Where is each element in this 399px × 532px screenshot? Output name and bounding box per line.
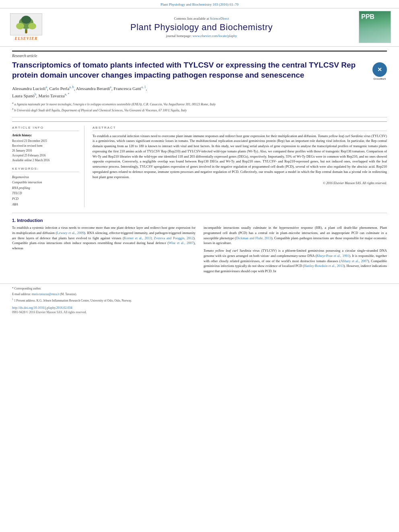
ppb-journal-image <box>359 11 391 43</box>
introduction-section: 1. Introduction To establish a systemic … <box>0 215 399 279</box>
author-lucioli: Alessandra Lucioli <box>12 86 45 90</box>
revised-date: 26 January 2016 <box>12 148 79 153</box>
keyword-compatible: Compatible interaction <box>12 180 79 185</box>
keyword-rna: RNA profiling <box>12 185 79 191</box>
email-label: E-mail address: <box>12 292 31 296</box>
ref-kheyr[interactable]: Kheyr-Pour et al., 1991 <box>317 254 349 258</box>
authors-line: Alessandra Luciolia, Carlo Perlaa, b, Al… <box>12 85 387 100</box>
affiliation-a: a a Agenzia nazionale per le nuove tecno… <box>12 101 387 107</box>
received-revised-label: Received in revised form <box>12 144 79 148</box>
homepage-url[interactable]: www.elsevier.com/locate/plaphy <box>192 34 237 38</box>
elsevier-brand-text: ELSEVIER <box>15 36 38 41</box>
issn-line: 0981-9428/© 2016 Elsevier Masson SAS. Al… <box>12 310 387 314</box>
affiliation-b-text: b Università degli Studi dell'Aquila, De… <box>14 109 187 112</box>
article-info-header: ARTICLE INFO <box>12 126 79 131</box>
email-link[interactable]: mario.tavazza@enea.it <box>32 292 60 296</box>
author-perla: Carlo Perla <box>49 86 69 90</box>
doi-section: http://dx.doi.org/10.1016/j.plaphy.2016.… <box>12 305 387 310</box>
journal-ref-text: Plant Physiology and Biochemistry 103 (2… <box>160 2 239 6</box>
section-number: 1. <box>12 218 16 223</box>
section-title-text: Introduction <box>17 218 43 223</box>
intro-right-text: incompatible interactions usually culmin… <box>204 225 387 274</box>
introduction-body: To establish a systemic infection a viru… <box>12 225 387 276</box>
ref-hanley[interactable]: Hanley-Bowdoin et al., 2013 <box>304 264 344 268</box>
author-berardi: Alessandra Berardi <box>76 86 110 90</box>
footnote1-text: 1 Present address. K.G. Jebsen Inflammat… <box>14 299 132 302</box>
doi-link[interactable]: http://dx.doi.org/10.1016/j.plaphy.2016.… <box>12 306 72 310</box>
elsevier-logo-image <box>10 13 42 35</box>
page-footer: * Corresponding author. E-mail address: … <box>0 283 399 316</box>
copyright-text: © 2016 Elsevier Masson SAS. All rights r… <box>93 181 387 185</box>
keywords-header: Keywords: <box>12 167 79 172</box>
journal-header: ELSEVIER Contents lists available at Sci… <box>0 8 399 47</box>
keyword-aba: ABA <box>12 202 79 207</box>
keyword-pcd: PCD <box>12 196 79 202</box>
keywords-section: Keywords: Begomovirus Compatible interac… <box>12 167 79 207</box>
article-info-column: ARTICLE INFO Article history: Received 2… <box>12 126 84 207</box>
history-label: Article history: <box>12 134 79 137</box>
article-title-text: Transcriptomics of tomato plants infecte… <box>12 60 368 80</box>
elsevier-logo: ELSEVIER <box>8 13 44 41</box>
svg-point-4 <box>21 16 31 24</box>
header-divider <box>12 117 387 117</box>
crossmark-icon[interactable]: ✕ <box>372 62 387 77</box>
contents-label: Contents lists available at <box>174 16 209 21</box>
svg-point-2 <box>16 23 24 29</box>
intro-left-text: To establish a systemic infection a viru… <box>12 225 195 251</box>
article-title-container: Transcriptomics of tomato plants infecte… <box>12 60 387 81</box>
abstract-header: ABSTRACT <box>93 126 387 131</box>
svg-rect-5 <box>25 30 27 33</box>
section-divider <box>12 213 387 213</box>
author-spano: Laura Spanò <box>12 93 35 98</box>
ref-zvereva[interactable]: Zvereva and Pooggin, 2012 <box>154 236 193 240</box>
journal-reference-bar: Plant Physiology and Biochemistry 103 (2… <box>0 0 399 8</box>
info-abstract-columns: ARTICLE INFO Article history: Received 2… <box>12 121 387 207</box>
abstract-column: ABSTRACT To establish a successful infec… <box>93 126 387 207</box>
intro-right-col: incompatible interactions usually culmin… <box>204 225 387 276</box>
affiliation-a-text: a Agenzia nazionale per le nuove tecnolo… <box>14 103 216 106</box>
crossmark-container: ✕ CrossMark <box>372 62 387 81</box>
svg-point-3 <box>28 23 36 29</box>
ref-wise[interactable]: Wise et al., 2007 <box>169 241 193 245</box>
footnote1: 1 1 Present address. K.G. Jebsen Inflamm… <box>12 298 387 303</box>
ref-dickman[interactable]: Dickman and Fluhr, 2013 <box>236 236 271 240</box>
corresponding-note: * Corresponding author. <box>12 286 387 291</box>
ref-abhary[interactable]: Abhary et al., 2007 <box>341 259 368 263</box>
intro-left-col: To establish a systemic infection a viru… <box>12 225 195 276</box>
journal-title: Plant Physiology and Biochemistry <box>48 22 355 33</box>
sciencedirect-link[interactable]: ScienceDirect <box>210 16 229 21</box>
journal-homepage: journal homepage: www.elsevier.com/locat… <box>48 34 355 38</box>
available-date: Available online 2 March 2016 <box>12 158 79 163</box>
article-type: Research article <box>12 51 387 58</box>
email-person: (M. Tavazza). <box>60 292 77 296</box>
homepage-label: journal homepage: <box>166 34 192 38</box>
which-word: which <box>117 139 125 143</box>
keyword-tylcd: TYLCD <box>12 191 79 196</box>
ref-korner[interactable]: Korner et al., 2013 <box>124 236 152 240</box>
crossmark-label: CrossMark <box>372 78 387 81</box>
article-content: Research article Transcriptomics of toma… <box>0 47 399 211</box>
email-note: E-mail address: mario.tavazza@enea.it (M… <box>12 292 387 296</box>
received-date: Received 23 December 2015 <box>12 139 79 144</box>
affiliation-b: b b Università degli Studi dell'Aquila, … <box>12 107 387 113</box>
sciencedirect-line: Contents lists available at ScienceDirec… <box>48 16 355 21</box>
keyword-begomovirus: Begomovirus <box>12 175 79 180</box>
journal-header-center: Contents lists available at ScienceDirec… <box>44 16 359 38</box>
elsevier-tree-svg <box>12 15 40 34</box>
affiliations: a a Agenzia nazionale per le nuove tecno… <box>12 101 387 113</box>
accepted-date: Accepted 25 February 2016 <box>12 153 79 158</box>
author-gatti: Francesca Gatti <box>113 86 141 90</box>
article-history: Article history: Received 23 December 20… <box>12 134 79 163</box>
abstract-text: To establish a successful infection viru… <box>93 134 387 180</box>
introduction-title: 1. Introduction <box>12 218 387 223</box>
corresponding-text: * Corresponding author. <box>12 287 41 290</box>
author-tavazza: Mario Tavazza <box>38 93 64 98</box>
ref-lewsey[interactable]: Lewsey et al., 2009 <box>57 231 84 235</box>
